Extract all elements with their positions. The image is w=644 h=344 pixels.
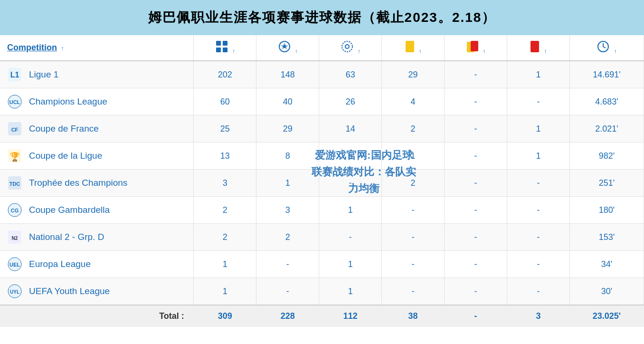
col-header-competition[interactable]: Competition ↑ xyxy=(0,35,194,61)
col-header-assists[interactable]: ↑ xyxy=(319,35,382,61)
yellow-card-icon xyxy=(405,40,415,53)
yr-card-icon xyxy=(466,40,479,53)
col-header-yellow[interactable]: ↑ xyxy=(382,35,445,61)
apps-ucl: 60 xyxy=(194,88,256,115)
goals-youth: - xyxy=(256,278,319,306)
svg-text:UYL: UYL xyxy=(10,289,19,295)
table-row: CF Coupe de France 25 29 14 2 - 1 2.021' xyxy=(0,115,644,143)
total-minutes: 23.025' xyxy=(569,305,644,327)
goals-coupe-france: 29 xyxy=(256,115,319,143)
table-footer-row: Total : 309 228 112 38 - 3 23.025' xyxy=(0,305,644,327)
comp-cell: L1 Ligue 1 xyxy=(0,61,194,88)
red-coupe-ligue: 1 xyxy=(507,143,570,170)
total-yr: - xyxy=(445,305,507,327)
apps-ligue1: 202 xyxy=(194,61,256,88)
goals-ligue1: 148 xyxy=(256,61,319,88)
yr-coupe-france: - xyxy=(445,115,507,143)
assists-europa: 1 xyxy=(319,251,382,278)
comp-link-ucl[interactable]: Champions League xyxy=(29,96,107,107)
yellow-europa: - xyxy=(382,251,445,278)
svg-point-7 xyxy=(342,41,352,52)
comp-icon-trophee: TDC xyxy=(6,174,23,191)
minutes-youth: 30' xyxy=(569,278,644,306)
apps-trophee: 3 xyxy=(194,170,256,197)
minutes-national2: 153' xyxy=(569,224,644,251)
col-header-red[interactable]: ↑ xyxy=(507,35,570,61)
comp-cell: TDC Trophée des Champions xyxy=(0,170,194,197)
svg-text:TDC: TDC xyxy=(9,181,20,187)
table-row: L1 Ligue 1 202 148 63 29 - 1 14.691' xyxy=(0,61,644,88)
red-ligue1: 1 xyxy=(507,61,570,88)
clock-icon xyxy=(597,40,610,53)
table-row: UEL Europa League 1 - 1 - - - 34' xyxy=(0,251,644,278)
stats-table-container: Competition ↑ ↑ xyxy=(0,35,644,327)
svg-text:N2: N2 xyxy=(12,236,18,241)
assists-ligue1: 63 xyxy=(319,61,382,88)
comp-icon-national2: N2 xyxy=(6,229,23,246)
goals-europa: - xyxy=(256,251,319,278)
col-header-goals[interactable]: ↑ xyxy=(256,35,319,61)
total-label: Total : xyxy=(0,305,194,327)
comp-icon-europa: UEL xyxy=(6,256,23,273)
minutes-ligue1: 14.691' xyxy=(569,61,644,88)
assists-youth: 1 xyxy=(319,278,382,306)
comp-link-coupe-france[interactable]: Coupe de France xyxy=(29,124,99,134)
goals-gambardella: 3 xyxy=(256,197,319,224)
svg-rect-9 xyxy=(406,41,414,52)
red-trophee: - xyxy=(507,170,570,197)
yellow-coupe-ligue: 1 xyxy=(382,143,445,170)
yellow-ligue1: 29 xyxy=(382,61,445,88)
svg-point-8 xyxy=(345,45,349,48)
stats-table: Competition ↑ ↑ xyxy=(0,35,644,327)
svg-text:CG: CG xyxy=(11,208,19,213)
yr-ligue1: - xyxy=(445,61,507,88)
yellow-youth: - xyxy=(382,278,445,306)
comp-link-trophee[interactable]: Trophée des Champions xyxy=(29,178,127,188)
yellow-ucl: 4 xyxy=(382,88,445,115)
comp-cell: UYL UEFA Youth League xyxy=(0,278,194,306)
svg-rect-3 xyxy=(223,48,227,52)
assists-national2: - xyxy=(319,224,382,251)
comp-link-ligue1[interactable]: Ligue 1 xyxy=(29,69,58,80)
comp-link-europa[interactable]: Europa League xyxy=(29,259,91,269)
comp-icon-ucl: UCL xyxy=(6,93,23,110)
comp-cell: UCL Champions League xyxy=(0,88,194,115)
svg-line-15 xyxy=(603,47,606,48)
yr-gambardella: - xyxy=(445,197,507,224)
svg-rect-11 xyxy=(471,41,478,51)
total-assists: 112 xyxy=(319,305,382,327)
col-header-apps[interactable]: ↑ xyxy=(194,35,256,61)
table-row: UCL Champions League 60 40 26 4 - - 4.68… xyxy=(0,88,644,115)
comp-link-coupe-ligue[interactable]: Coupe de la Ligue xyxy=(29,151,102,161)
yellow-coupe-france: 2 xyxy=(382,115,445,143)
svg-text:UEL: UEL xyxy=(9,262,20,268)
assists-gambardella: 1 xyxy=(319,197,382,224)
comp-link-youth[interactable]: UEFA Youth League xyxy=(29,286,110,296)
comp-cell: CG Coupe Gambardella xyxy=(0,197,194,224)
svg-text:CF: CF xyxy=(11,127,19,133)
apps-national2: 2 xyxy=(194,224,256,251)
red-national2: - xyxy=(507,224,570,251)
page-title: 姆巴佩职业生涯各项赛事进球数据（截止2023。2.18） xyxy=(0,0,644,35)
minutes-gambardella: 180' xyxy=(569,197,644,224)
yr-ucl: - xyxy=(445,88,507,115)
svg-rect-1 xyxy=(223,41,227,46)
apps-youth: 1 xyxy=(194,278,256,306)
comp-link-gambardella[interactable]: Coupe Gambardella xyxy=(29,205,110,215)
total-goals: 228 xyxy=(256,305,319,327)
minutes-trophee: 251' xyxy=(569,170,644,197)
col-header-minutes[interactable]: ↑ xyxy=(569,35,644,61)
comp-cell: UEL Europa League xyxy=(0,251,194,278)
table-row: CG Coupe Gambardella 2 3 1 - - - 180' xyxy=(0,197,644,224)
comp-link-national2[interactable]: National 2 - Grp. D xyxy=(29,232,104,242)
svg-rect-0 xyxy=(216,41,221,46)
minutes-ucl: 4.683' xyxy=(569,88,644,115)
col-header-yr[interactable]: ↑ xyxy=(445,35,507,61)
goals-coupe-ligue: 8 xyxy=(256,143,319,170)
red-coupe-france: 1 xyxy=(507,115,570,143)
yr-europa: - xyxy=(445,251,507,278)
comp-icon-coupe-ligue: 🏆 xyxy=(6,147,23,164)
goals-icon xyxy=(278,40,291,53)
assists-ucl: 26 xyxy=(319,88,382,115)
table-row: TDC Trophée des Champions 3 1 - 2 - - 25… xyxy=(0,170,644,197)
